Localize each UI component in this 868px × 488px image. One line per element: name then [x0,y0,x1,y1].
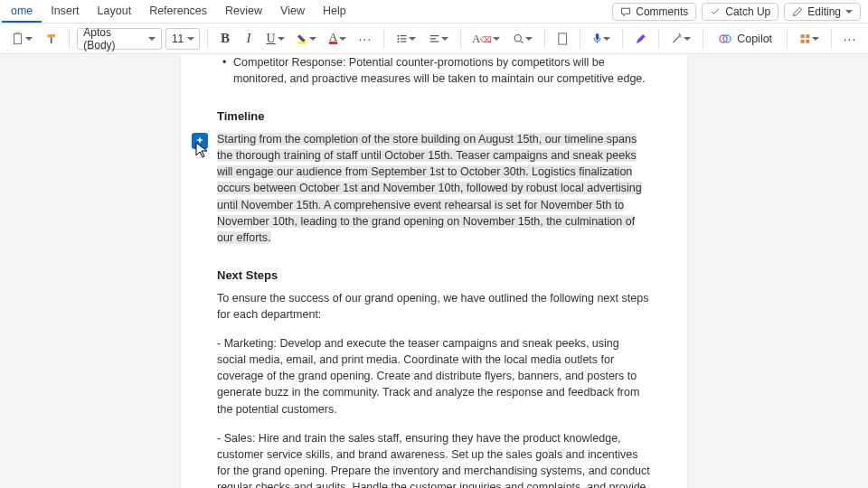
tab-help[interactable]: Help [314,1,355,23]
clear-format-button[interactable]: A⌫ [468,27,505,51]
tab-layout[interactable]: Layout [89,1,141,23]
find-button[interactable] [508,27,537,51]
bullets-button[interactable] [392,27,420,51]
comments-label: Comments [636,5,688,18]
svg-rect-20 [806,39,809,42]
table-grid-button[interactable] [795,27,824,51]
svg-rect-19 [801,39,805,42]
pen-icon [635,33,646,45]
separator [831,29,832,49]
catchup-icon [710,6,721,17]
chevron-down-icon [684,37,691,41]
svg-rect-8 [401,41,406,42]
copilot-icon [718,32,732,46]
bullet-list-icon [396,33,408,45]
designer-button[interactable] [666,27,695,51]
ink-button[interactable] [630,27,651,51]
chevron-down-icon [187,37,194,41]
tab-insert[interactable]: Insert [42,1,88,23]
format-painter-button[interactable] [41,27,61,51]
separator [69,29,70,49]
grid-icon [799,33,811,45]
chevron-down-icon [148,37,156,41]
heading-next-steps[interactable]: Next Steps [217,267,651,285]
separator [544,29,545,49]
font-color-button[interactable]: A [325,27,351,51]
svg-rect-6 [401,38,406,39]
svg-rect-18 [806,34,809,38]
chevron-down-icon [603,37,610,41]
separator [460,29,461,49]
font-size-value: 11 [172,33,184,45]
paragraph-next-steps-intro[interactable]: To ensure the success of our grand openi… [217,290,651,323]
svg-rect-10 [429,38,435,39]
svg-rect-13 [558,33,566,43]
svg-rect-9 [429,34,439,35]
separator [703,29,703,49]
paragraph-timeline: Starting from the completion of the stor… [217,131,651,246]
document-page: Competitor Response: Potential counter-p… [181,54,687,488]
document-area[interactable]: Competitor Response: Potential counter-p… [0,54,868,488]
bullet-text[interactable]: Competitor Response: Potential counter-p… [233,56,646,85]
chevron-down-icon [493,37,500,41]
copilot-button[interactable]: Copilot [711,29,779,49]
editing-mode-button[interactable]: Editing [784,3,861,21]
svg-point-7 [397,41,399,42]
separator [383,29,384,49]
chevron-down-icon [309,37,316,41]
paste-button[interactable] [7,27,37,51]
comments-button[interactable]: Comments [612,3,696,21]
mic-icon [592,33,602,45]
separator [787,29,788,49]
editing-label: Editing [807,5,841,18]
dictate-button[interactable] [588,27,615,51]
bullet-competitor: Competitor Response: Potential counter-p… [217,54,651,87]
svg-point-5 [397,37,399,39]
separator [580,29,580,49]
font-color-icon: A [329,33,337,44]
highlighter-icon [297,33,308,45]
sparkle-icon [195,136,204,145]
font-family-select[interactable]: Aptos (Body) [77,28,162,50]
ribbon-toolbar: Aptos (Body) 11 B I U A ··· A⌫ [0,23,868,54]
tab-view[interactable]: View [271,1,314,23]
font-size-select[interactable]: 11 [165,28,200,50]
chevron-down-icon [278,37,285,41]
more-options-button[interactable]: ··· [839,27,861,51]
tab-references[interactable]: References [140,1,216,23]
timeline-selected-text[interactable]: Starting from the completion of the stor… [217,133,642,244]
chevron-down-icon [812,37,819,41]
pencil-icon [792,6,803,17]
wand-icon [671,33,683,45]
separator [658,29,659,49]
heading-timeline[interactable]: Timeline [217,108,651,126]
tab-home[interactable]: ome [2,1,42,23]
tab-review[interactable]: Review [216,1,271,23]
align-icon [429,33,440,45]
clear-format-icon: A⌫ [472,32,492,46]
menu-tabs: ome Insert Layout References Review View… [2,1,355,23]
svg-rect-14 [596,33,599,39]
svg-point-3 [397,34,399,36]
align-button[interactable] [424,27,453,51]
bold-button[interactable]: B [215,27,235,51]
copilot-rewrite-handle[interactable] [192,133,208,149]
reuse-files-button[interactable] [552,27,572,51]
chevron-down-icon [441,37,448,41]
paragraph-marketing[interactable]: - Marketing: Develop and execute the tea… [217,335,651,418]
chevron-down-icon [409,37,416,41]
highlight-button[interactable] [292,27,321,51]
menu-bar: ome Insert Layout References Review View… [0,0,868,23]
italic-button[interactable]: I [239,27,259,51]
svg-rect-1 [15,32,20,33]
brush-icon [45,33,57,45]
paragraph-sales[interactable]: - Sales: Hire and train the sales staff,… [217,430,651,488]
underline-button[interactable]: U [262,27,288,51]
more-font-button[interactable]: ··· [354,27,376,51]
svg-rect-11 [429,41,439,42]
svg-rect-0 [14,33,21,43]
chevron-down-icon [845,10,853,14]
copilot-label: Copilot [737,33,772,45]
comment-icon [620,6,631,17]
catchup-button[interactable]: Catch Up [702,3,778,21]
